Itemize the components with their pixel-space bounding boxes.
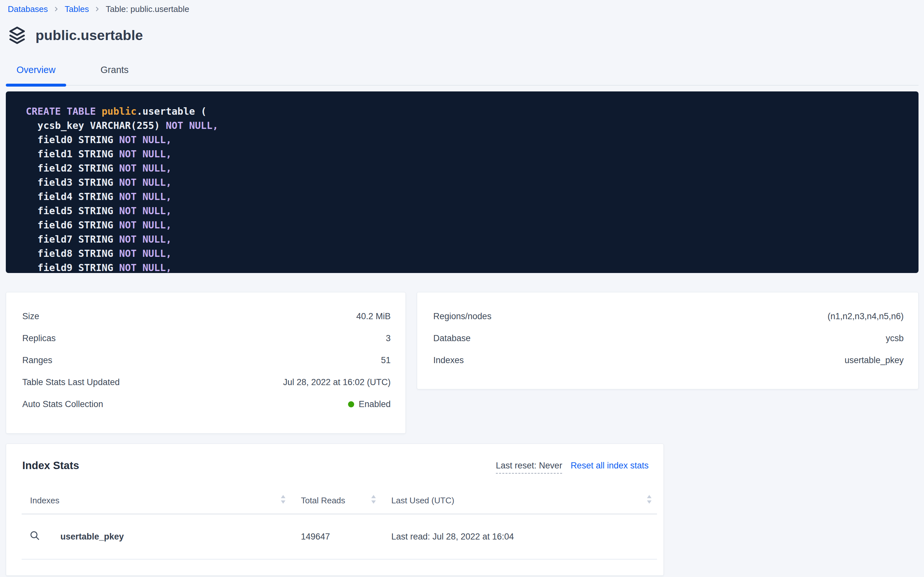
stat-row: Ranges51 xyxy=(22,349,390,371)
sql-code-line: CREATE TABLE public.usertable ( xyxy=(26,104,909,119)
tab-bar: Overview Grants xyxy=(6,60,919,85)
table-details-page: Databases Tables Table: public.usertable… xyxy=(0,0,924,577)
index-table-header-row: Indexes Total Reads Last Used (UTC) xyxy=(22,487,657,514)
chevron-right-icon xyxy=(94,6,100,12)
sql-token: field8 STRING xyxy=(26,248,119,259)
sql-token: NOT NULL, xyxy=(119,177,172,188)
sql-code-line: field6 STRING NOT NULL, xyxy=(26,218,909,232)
sql-token: field2 STRING xyxy=(26,163,119,174)
sql-token: field0 STRING xyxy=(26,134,119,145)
sql-token: field3 STRING xyxy=(26,177,119,188)
sql-code-line: field3 STRING NOT NULL, xyxy=(26,176,909,190)
stat-value: Jul 28, 2022 at 16:02 (UTC) xyxy=(283,377,390,387)
sql-token: public xyxy=(102,106,137,117)
sort-icon[interactable] xyxy=(647,495,652,506)
stat-row: Table Stats Last UpdatedJul 28, 2022 at … xyxy=(22,371,390,393)
breadcrumb-current: Table: public.usertable xyxy=(106,3,189,16)
sql-token: .usertable ( xyxy=(137,106,207,117)
sql-token: NOT NULL, xyxy=(119,148,172,160)
sql-token: field6 STRING xyxy=(26,219,119,230)
stat-value-text: 3 xyxy=(386,334,390,343)
reset-all-index-stats-link[interactable]: Reset all index stats xyxy=(570,461,649,471)
sql-token: field1 STRING xyxy=(26,148,119,160)
page-header: public.usertable xyxy=(7,25,143,45)
stat-value-text: (n1,n2,n3,n4,n5,n6) xyxy=(828,311,904,321)
sql-code-line: ycsb_key VARCHAR(255) NOT NULL, xyxy=(26,119,909,133)
table-meta-card: Regions/nodes(n1,n2,n3,n4,n5,n6)Database… xyxy=(417,292,919,389)
sql-token: NOT NULL, xyxy=(166,120,218,131)
index-stats-header: Index Stats Last reset: Never Reset all … xyxy=(6,444,664,474)
stat-row: Databaseycsb xyxy=(433,327,904,349)
stat-label: Ranges xyxy=(22,355,52,365)
stat-value: 40.2 MiB xyxy=(356,311,390,321)
index-stats-title: Index Stats xyxy=(22,459,79,472)
total-reads-cell: 149647 xyxy=(291,532,381,542)
sql-token: NOT NULL, xyxy=(119,219,172,230)
chevron-right-icon xyxy=(53,6,59,12)
sql-token: field7 STRING xyxy=(26,234,119,245)
sql-token: CREATE TABLE xyxy=(26,106,102,117)
table-row[interactable]: usertable_pkey149647Last read: Jul 28, 2… xyxy=(22,514,657,559)
table-stats-card: Size40.2 MiBReplicas3Ranges51Table Stats… xyxy=(6,292,406,434)
stat-value: (n1,n2,n3,n4,n5,n6) xyxy=(828,311,904,321)
sql-code-line: field0 STRING NOT NULL, xyxy=(26,133,909,147)
stat-value: 51 xyxy=(381,355,390,365)
stat-label: Database xyxy=(433,334,471,343)
stat-value-text: 40.2 MiB xyxy=(356,311,390,321)
sql-token: NOT NULL, xyxy=(119,163,172,174)
stat-label: Table Stats Last Updated xyxy=(22,377,120,387)
stat-label: Regions/nodes xyxy=(433,311,492,321)
create-table-sql-box: CREATE TABLE public.usertable ( ycsb_key… xyxy=(6,92,919,273)
stat-value: usertable_pkey xyxy=(845,355,904,365)
sql-code-line: field5 STRING NOT NULL, xyxy=(26,204,909,218)
stat-label: Size xyxy=(22,311,39,321)
column-header-last-used[interactable]: Last Used (UTC) xyxy=(391,496,454,506)
sql-statement: CREATE TABLE public.usertable ( ycsb_key… xyxy=(26,104,909,273)
stat-row: Regions/nodes(n1,n2,n3,n4,n5,n6) xyxy=(433,305,904,327)
search-icon[interactable] xyxy=(29,530,40,543)
sql-token: NOT NULL, xyxy=(119,191,172,202)
stat-row: Indexesusertable_pkey xyxy=(433,349,904,371)
stat-value-text: ycsb xyxy=(885,334,904,343)
stat-value-text: usertable_pkey xyxy=(845,355,904,365)
index-stats-card: Index Stats Last reset: Never Reset all … xyxy=(6,443,664,576)
sql-token: NOT NULL, xyxy=(119,134,172,145)
index-name[interactable]: usertable_pkey xyxy=(60,532,124,542)
sql-code-line: field1 STRING NOT NULL, xyxy=(26,147,909,161)
stack-icon xyxy=(7,25,27,45)
sql-token: NOT NULL, xyxy=(119,234,172,245)
breadcrumb-link-tables[interactable]: Tables xyxy=(64,3,89,16)
sql-token: ycsb_key VARCHAR(255) xyxy=(26,120,166,131)
stat-label: Auto Stats Collection xyxy=(22,399,103,409)
stat-row: Size40.2 MiB xyxy=(22,305,390,327)
column-header-total-reads[interactable]: Total Reads xyxy=(301,496,345,506)
stat-value: 3 xyxy=(386,334,390,343)
stat-label: Indexes xyxy=(433,355,464,365)
sql-token: field5 STRING xyxy=(26,205,119,216)
stat-value: Enabled xyxy=(348,399,390,409)
status-enabled-dot xyxy=(348,401,354,408)
last-used-cell: Last read: Jul 28, 2022 at 16:04 xyxy=(381,532,657,542)
tab-grants[interactable]: Grants xyxy=(90,60,139,85)
tab-overview[interactable]: Overview xyxy=(6,60,66,85)
sort-icon[interactable] xyxy=(371,495,376,506)
last-reset-label: Last reset: Never xyxy=(496,461,562,474)
sql-code-line: field2 STRING NOT NULL, xyxy=(26,161,909,176)
column-header-indexes[interactable]: Indexes xyxy=(30,496,59,506)
stat-row: Replicas3 xyxy=(22,327,390,349)
sql-token: NOT NULL, xyxy=(119,262,172,273)
breadcrumb-link-databases[interactable]: Databases xyxy=(8,3,48,16)
stat-value-text: Jul 28, 2022 at 16:02 (UTC) xyxy=(283,377,390,387)
page-title: public.usertable xyxy=(35,27,143,43)
stat-value: ycsb xyxy=(885,334,904,343)
stat-value-text: 51 xyxy=(381,355,390,365)
sql-code-line: field9 STRING NOT NULL, xyxy=(26,261,909,273)
sql-code-line: field8 STRING NOT NULL, xyxy=(26,247,909,261)
sql-code-line: field4 STRING NOT NULL, xyxy=(26,190,909,204)
stat-value-text: Enabled xyxy=(359,399,390,409)
breadcrumb: Databases Tables Table: public.usertable xyxy=(8,3,189,16)
sql-code-line: field7 STRING NOT NULL, xyxy=(26,232,909,247)
sort-icon[interactable] xyxy=(281,495,286,506)
stat-label: Replicas xyxy=(22,334,56,343)
index-name-cell: usertable_pkey xyxy=(22,530,291,543)
